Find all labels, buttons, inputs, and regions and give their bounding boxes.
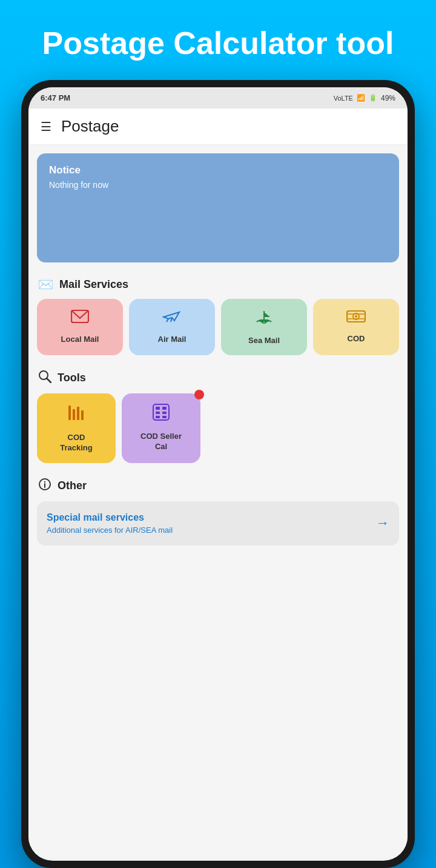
phone-wrapper: 6:47 PM VoLTE 📶 🔋 49% ☰ Postage Notice N… xyxy=(21,80,415,868)
cod-seller-cal-label: COD SellerCal xyxy=(140,432,182,452)
mail-services-header: ✉️ Mail Services xyxy=(28,271,408,296)
svg-rect-14 xyxy=(156,407,160,410)
tool-card-cod-seller-cal[interactable]: COD SellerCal xyxy=(122,393,200,463)
svg-rect-19 xyxy=(162,416,167,418)
mail-section-title: Mail Services xyxy=(59,278,128,291)
notice-title: Notice xyxy=(49,164,387,176)
other-header: Other xyxy=(28,472,408,499)
svg-rect-13 xyxy=(153,404,169,420)
badge-dot xyxy=(194,390,204,399)
cod-label: COD xyxy=(348,334,365,344)
network-icon: VoLTE xyxy=(334,95,353,102)
other-section: Special mail services Additional service… xyxy=(28,499,408,552)
tools-header: Tools xyxy=(28,364,408,391)
tools-section-icon xyxy=(38,370,51,386)
svg-point-22 xyxy=(44,481,45,482)
app-title: Postage xyxy=(61,117,119,136)
status-bar: 6:47 PM VoLTE 📶 🔋 49% xyxy=(28,87,408,109)
cod-tracking-icon xyxy=(67,403,86,427)
air-mail-icon xyxy=(162,309,182,329)
svg-rect-15 xyxy=(162,407,167,410)
mail-services-grid: Local Mail Air Mail xyxy=(28,296,408,364)
other-card-text: Special mail services Additional service… xyxy=(47,512,376,535)
mail-section-icon: ✉️ xyxy=(38,277,53,292)
service-card-air-mail[interactable]: Air Mail xyxy=(129,299,215,355)
status-time: 6:47 PM xyxy=(41,93,70,102)
tools-grid: CODTracking xyxy=(28,391,408,472)
other-card-subtitle: Additional services for AIR/SEA mail xyxy=(47,526,376,535)
hamburger-icon[interactable]: ☰ xyxy=(41,119,51,134)
notice-body: Nothing for now xyxy=(49,180,387,190)
svg-rect-9 xyxy=(68,406,71,420)
service-card-cod[interactable]: COD xyxy=(313,299,399,355)
svg-rect-17 xyxy=(162,412,167,414)
svg-point-4 xyxy=(355,315,357,318)
cod-tracking-label: CODTracking xyxy=(60,433,92,453)
other-section-icon xyxy=(38,478,51,494)
svg-line-8 xyxy=(47,378,51,382)
notice-card: Notice Nothing for now xyxy=(37,153,399,262)
tool-card-cod-tracking[interactable]: CODTracking xyxy=(37,393,116,463)
arrow-icon: → xyxy=(376,515,389,531)
local-mail-label: Local Mail xyxy=(61,335,99,344)
service-card-sea-mail[interactable]: Sea Mail xyxy=(221,299,307,355)
sea-mail-icon xyxy=(254,309,274,330)
local-mail-icon xyxy=(71,309,89,329)
svg-rect-18 xyxy=(156,416,160,418)
svg-rect-12 xyxy=(81,410,84,420)
header-text: Postage Calculator tool xyxy=(42,24,394,62)
other-card-title: Special mail services xyxy=(47,512,376,523)
scroll-area[interactable]: Notice Nothing for now ✉️ Mail Services … xyxy=(28,145,408,858)
special-mail-card[interactable]: Special mail services Additional service… xyxy=(37,501,399,546)
other-section-title: Other xyxy=(58,479,87,492)
svg-rect-11 xyxy=(77,407,79,420)
battery-icon: 🔋 xyxy=(369,94,377,102)
sea-mail-label: Sea Mail xyxy=(248,336,280,346)
service-card-local-mail[interactable]: Local Mail xyxy=(37,299,123,355)
air-mail-label: Air Mail xyxy=(158,335,187,344)
svg-rect-16 xyxy=(156,412,160,414)
svg-rect-10 xyxy=(73,409,75,420)
battery-percent: 49% xyxy=(381,94,395,102)
status-right: VoLTE 📶 🔋 49% xyxy=(334,94,395,102)
app-bar: ☰ Postage xyxy=(28,109,408,145)
cod-seller-cal-icon xyxy=(152,403,170,426)
signal-icon: 📶 xyxy=(357,94,365,102)
tools-section-title: Tools xyxy=(58,372,86,384)
cod-icon xyxy=(346,309,366,328)
svg-rect-1 xyxy=(259,319,269,322)
